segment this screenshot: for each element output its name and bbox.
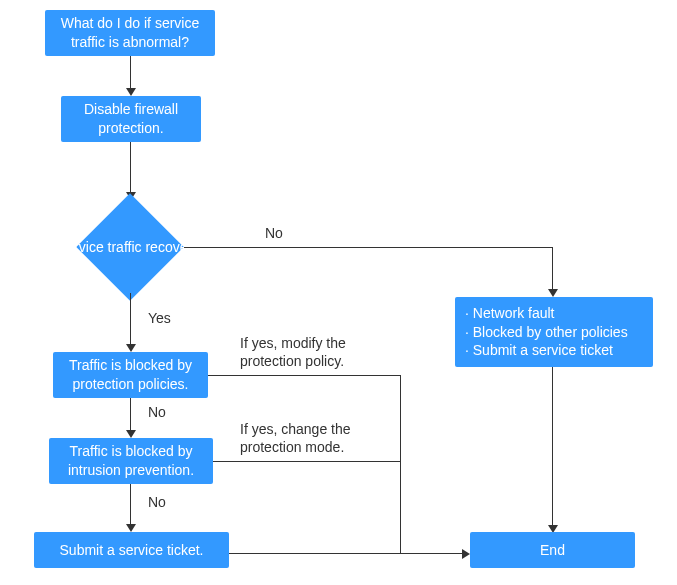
submit-ticket-node: Submit a service ticket.: [34, 532, 229, 568]
edge-yes-label: Yes: [148, 310, 171, 326]
arrow-icon: [126, 88, 136, 96]
end-node: End: [470, 532, 635, 568]
side-list-item: Submit a service ticket: [465, 341, 628, 360]
end-label: End: [540, 541, 565, 560]
decision-label: Service traffic recovers.: [57, 239, 203, 255]
blocked-policies-label: Traffic is blocked by protection policie…: [63, 356, 198, 394]
edge-no-label: No: [148, 404, 166, 420]
disable-firewall-node: Disable firewall protection.: [61, 96, 201, 142]
arrow-icon: [126, 524, 136, 532]
blocked-policies-node: Traffic is blocked by protection policie…: [53, 352, 208, 398]
start-node: What do I do if service traffic is abnor…: [45, 10, 215, 56]
arrow-icon: [126, 430, 136, 438]
edge-no-label: No: [148, 494, 166, 510]
arrow-icon: [548, 289, 558, 297]
disable-label: Disable firewall protection.: [71, 100, 191, 138]
flowchart: What do I do if service traffic is abnor…: [0, 0, 677, 585]
blocked-ips-node: Traffic is blocked by intrusion preventi…: [49, 438, 213, 484]
start-label: What do I do if service traffic is abnor…: [55, 14, 205, 52]
decision-node: Service traffic recovers.: [76, 193, 183, 300]
side-list-item: Blocked by other policies: [465, 323, 628, 342]
side-list-item: Network fault: [465, 304, 628, 323]
edge-no-label: No: [265, 225, 283, 241]
arrow-icon: [126, 344, 136, 352]
edge-modify-label: If yes, modify the protection policy.: [240, 334, 390, 370]
edge-change-label: If yes, change the protection mode.: [240, 420, 390, 456]
arrow-icon: [462, 549, 470, 559]
side-list: Network fault Blocked by other policies …: [465, 304, 628, 361]
submit-ticket-label: Submit a service ticket.: [60, 541, 204, 560]
side-list-node: Network fault Blocked by other policies …: [455, 297, 653, 367]
blocked-ips-label: Traffic is blocked by intrusion preventi…: [59, 442, 203, 480]
